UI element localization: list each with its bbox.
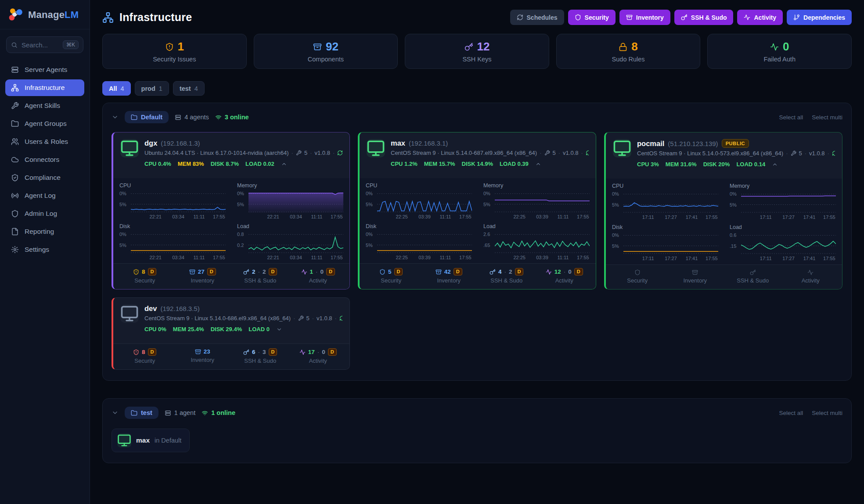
sidebar-item-agent-skills[interactable]: Agent Skills [5,97,84,114]
x-tick-label: 17:55 [823,214,835,220]
filter-tab-prod[interactable]: prod1 [135,81,169,96]
stat-card-sudo-rules[interactable]: 8Sudo Rules [556,34,701,69]
main-content: Infrastructure SchedulesSecurityInventor… [90,0,864,504]
stat-card-components[interactable]: 92Components [254,34,398,69]
sidebar-item-server-agents[interactable]: Server Agents [5,61,84,78]
sidebar-item-compliance[interactable]: Compliance [5,169,84,186]
footer-activity[interactable]: Activity [782,269,840,284]
load-chart: Load 0.6.15 17:1117:2717:4117:55 [730,224,836,262]
select-all-link[interactable]: Select all [779,114,803,121]
dependencies-button[interactable]: Dependencies [787,10,852,25]
security-button[interactable]: Security [568,10,616,25]
y-tick-label: 5% [237,202,244,207]
metric-chip: CPU 1.2% [391,161,418,167]
ssh-sudo-button[interactable]: SSH & Sudo [674,10,734,25]
stat-card-security-issues[interactable]: 1Security Issues [102,34,247,69]
chevron-up-icon[interactable] [535,161,541,167]
sidebar-item-users-roles[interactable]: Users & Roles [5,133,84,150]
monitor-icon [120,304,139,323]
y-tick-label: 0.6 [730,232,736,238]
sidebar-item-label: Infrastructure [25,84,65,92]
y-tick-label: 2.6 [483,232,490,237]
footer-activity[interactable]: 1·0D Activity [289,268,347,284]
metric-chip: DISK 8.7% [211,161,239,167]
search-input[interactable] [22,41,59,49]
monitor-icon [117,433,131,447]
sidebar-item-reporting[interactable]: Reporting [5,223,84,240]
metric-chip: CPU 0% [144,326,166,332]
inventory-icon [189,269,195,275]
chart-title: Load [483,223,590,229]
search-box[interactable]: ⌘K [6,36,83,53]
metric-chip: DISK 14.9% [462,161,493,167]
footer-label: Inventory [191,277,214,284]
footer-ssh-sudo[interactable]: 2·2D SSH & Sudo [231,268,289,284]
x-tick-label: 17:11 [642,256,654,261]
select-all-link[interactable]: Select all [779,410,803,416]
footer-ssh-sudo[interactable]: SSH & Sudo [724,269,782,284]
chevron-down-icon[interactable] [112,409,119,416]
sidebar-item-label: Connectors [25,156,59,164]
x-tick-label: 22:25 [396,255,408,260]
brand-logo-icon [8,7,24,23]
agent-version: v1.0.8 [315,150,330,156]
footer-inventory[interactable]: 27D Inventory [174,268,232,284]
sidebar-item-agent-groups[interactable]: Agent Groups [5,115,84,132]
footer-activity[interactable]: 12·0D Activity [536,268,594,284]
select-multi-link[interactable]: Select multi [812,410,842,416]
footer-security[interactable]: 8D Security [116,348,174,364]
footer-ssh-sudo[interactable]: 4·2D SSH & Sudo [478,268,536,284]
group-header: Default 4 agents 3 online Select allSele… [112,111,842,123]
topbar: Infrastructure SchedulesSecurityInventor… [102,10,852,25]
server-icon [11,66,19,74]
activity-button[interactable]: Activity [737,10,783,25]
refresh-icon [339,315,342,321]
footer-inventory[interactable]: 42D Inventory [420,268,478,284]
footer-inventory[interactable]: 23 Inventory [174,348,232,364]
footer-security[interactable]: 5D Security [362,268,420,284]
skills-count: 5 [553,150,556,156]
chevron-up-icon[interactable] [281,161,287,167]
select-multi-link[interactable]: Select multi [812,114,842,121]
metric-chip: MEM 83% [178,161,204,167]
d-badge: D [515,268,524,275]
sidebar-item-settings[interactable]: Settings [5,241,84,258]
users-icon [11,138,19,146]
footer-inventory[interactable]: Inventory [666,269,724,284]
memory-chart: Memory 0%5% 22:2503:3911:1117:55 [483,182,590,220]
stat-value: 0 [783,40,789,54]
filter-tab-test[interactable]: test4 [173,81,205,96]
metric-chip: LOAD 0.14 [736,161,765,168]
schedules-button[interactable]: Schedules [510,10,564,25]
group-name-badge[interactable]: Default [125,111,169,123]
footer-count: 1 [310,268,313,275]
sidebar-item-connectors[interactable]: Connectors [5,151,84,168]
chevron-up-icon[interactable] [772,161,778,168]
stat-card-ssh-keys[interactable]: 12SSH Keys [405,34,549,69]
network-icon [102,12,114,23]
linked-agent-max[interactable]: max in Default [112,429,190,452]
x-tick-label: 11:11 [558,255,569,260]
stat-value: 8 [631,40,637,54]
x-tick-label: 17:55 [577,255,589,260]
server-name: dgx [144,139,157,147]
chevron-down-icon[interactable] [276,326,282,332]
chevron-down-icon[interactable] [112,114,119,121]
card-head: dgx (192.168.1.3) Ubuntu 24.04.4 LTS · L… [113,132,349,178]
filter-tab-all[interactable]: All4 [102,81,131,96]
footer-security[interactable]: 8D Security [116,268,174,284]
group-name: Default [141,114,162,121]
footer-security[interactable]: Security [608,269,666,284]
load-chart: Load 2.6.65 22:2503:3911:1117:55 [483,223,590,261]
metric-chip: MEM 15.7% [424,161,455,167]
group-name-badge[interactable]: test [125,407,158,419]
x-tick-label: 22:21 [267,214,279,219]
sidebar-item-admin-log[interactable]: Admin Log [5,205,84,222]
footer-ssh-sudo[interactable]: 6·3D SSH & Sudo [231,348,289,364]
inventory-button[interactable]: Inventory [619,10,670,25]
footer-activity[interactable]: 17·0D Activity [289,348,347,364]
stat-card-failed-auth[interactable]: 0Failed Auth [707,34,852,69]
refresh-icon [832,150,835,156]
sidebar-item-infrastructure[interactable]: Infrastructure [5,79,84,96]
sidebar-item-agent-log[interactable]: Agent Log [5,187,84,204]
